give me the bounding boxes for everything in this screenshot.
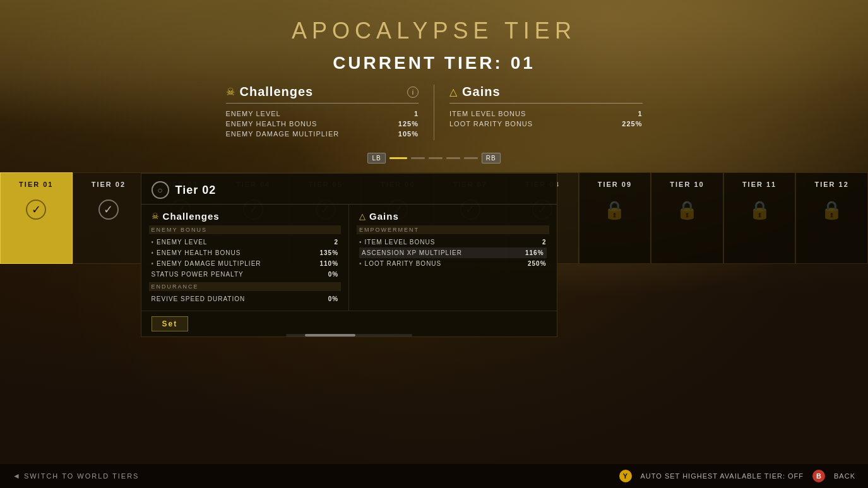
tier02-popup-circle: ○ — [152, 181, 169, 199]
tier-check-2: ✓ — [98, 199, 119, 220]
popup-value-loot-rarity: 250% — [528, 260, 547, 267]
switch-worlds-label: SWITCH TO WORLD TIERS — [24, 472, 140, 480]
challenges-label-1: ENEMY LEVEL — [226, 110, 281, 117]
set-button[interactable]: Set — [152, 316, 189, 331]
tier02-challenges-header: ☠ Challenges — [152, 211, 339, 222]
scrollbar-track — [286, 334, 412, 336]
nav-dot-5 — [464, 157, 478, 159]
tier-lock-10: 🔒 — [676, 199, 698, 220]
challenges-label-3: ENEMY DAMAGE MULTIPLIER — [226, 130, 340, 138]
tier-tab-1[interactable]: TIER 01 ✓ — [0, 172, 73, 264]
tier-lock-12: 🔒 — [821, 199, 843, 220]
popup-value-enemy-health: 135% — [320, 249, 339, 256]
main-content: APOCALYPSE TIER CURRENT TIER: 01 ☠ Chall… — [0, 0, 868, 488]
popup-row-revive: REVIVE SPEED DURATION 0% — [152, 294, 339, 304]
bottom-bar: ◄ SWITCH TO WORLD TIERS Y AUTO SET HIGHE… — [0, 464, 868, 488]
endurance-subheader: ENDURANCE — [149, 282, 342, 291]
tier-lock-11: 🔒 — [749, 199, 771, 220]
popup-value-enemy-level: 2 — [335, 239, 339, 246]
gains-section: △ Gains ITEM LEVEL BONUS 1 LOOT RARITY B… — [449, 85, 643, 140]
popup-row-item-level: ITEM LEVEL BONUS 2 — [359, 237, 547, 247]
tier-row: TIER 01 ✓ TIER 02 ✓ ○ Tier 02 ☠ Challeng… — [0, 172, 868, 264]
challenges-value-3: 105% — [398, 130, 419, 138]
current-tier-label: CURRENT TIER: 01 — [333, 53, 535, 73]
nav-dot-4 — [446, 157, 460, 159]
popup-label-revive: REVIVE SPEED DURATION — [152, 295, 246, 302]
popup-row-ascension: ASCENSION XP MULTIPLIER 116% — [359, 247, 547, 258]
popup-value-status-power: 0% — [328, 271, 338, 278]
gains-row-2: LOOT RARITY BONUS 225% — [449, 120, 643, 128]
popup-label-status-power: STATUS POWER PENALTY — [152, 271, 244, 278]
challenges-section: ☠ Challenges i ENEMY LEVEL 1 ENEMY HEALT… — [226, 85, 419, 140]
popup-label-loot-rarity: LOOT RARITY BONUS — [359, 260, 441, 267]
enemy-bonus-subheader: ENEMY BONUS — [149, 225, 342, 234]
popup-label-ascension: ASCENSION XP MULTIPLIER — [362, 249, 462, 256]
tier-tab-9[interactable]: TIER 09 🔒 — [579, 172, 651, 264]
scrollbar-thumb[interactable] — [305, 334, 355, 336]
tier-check-1: ✓ — [26, 199, 46, 220]
nav-dot-2 — [411, 157, 425, 159]
popup-label-enemy-damage: ENEMY DAMAGE MULTIPLIER — [152, 260, 261, 267]
challenges-value-2: 125% — [398, 120, 419, 128]
tier02-gains-header: △ Gains — [359, 211, 547, 222]
gains-title: Gains — [462, 85, 501, 99]
tier-tab-10[interactable]: TIER 10 🔒 — [651, 172, 723, 264]
nav-arrow-icon: ◄ — [13, 472, 20, 480]
popup-label-enemy-health: ENEMY HEALTH BONUS — [152, 249, 241, 256]
tier-label-12: TIER 12 — [814, 181, 848, 188]
popup-row-enemy-level: ENEMY LEVEL 2 — [152, 237, 339, 247]
gains-icon: △ — [449, 86, 457, 98]
challenges-header: ☠ Challenges i — [226, 85, 419, 104]
tier-tab-12[interactable]: TIER 12 🔒 — [795, 172, 868, 264]
challenges-icon: ☠ — [226, 86, 235, 98]
y-badge: Y — [619, 470, 632, 482]
tier-tab-11[interactable]: TIER 11 🔒 — [723, 172, 796, 264]
tier02-popup-body: ☠ Challenges ENEMY BONUS ENEMY LEVEL 2 E… — [141, 205, 557, 311]
tier02-gains-icon: △ — [359, 211, 366, 221]
popup-value-ascension: 116% — [525, 249, 544, 256]
popup-value-enemy-damage: 110% — [320, 260, 339, 267]
tier-tab-2[interactable]: TIER 02 ✓ ○ Tier 02 ☠ Challenges ENEMY B… — [73, 172, 145, 264]
b-badge: B — [812, 470, 825, 482]
bottom-left: ◄ SWITCH TO WORLD TIERS — [13, 472, 619, 480]
tier02-challenges-col: ☠ Challenges ENEMY BONUS ENEMY LEVEL 2 E… — [141, 205, 350, 311]
info-panel: ☠ Challenges i ENEMY LEVEL 1 ENEMY HEALT… — [226, 85, 643, 140]
popup-label-item-level: ITEM LEVEL BONUS — [359, 239, 435, 246]
challenges-row-2: ENEMY HEALTH BONUS 125% — [226, 120, 419, 128]
tier02-gains-col: △ Gains EMPOWERMENT ITEM LEVEL BONUS 2 A… — [349, 205, 557, 311]
empowerment-subheader: EMPOWERMENT — [357, 225, 549, 234]
challenges-row-1: ENEMY LEVEL 1 — [226, 110, 419, 117]
tier-label-11: TIER 11 — [742, 181, 776, 188]
tier-label-2: TIER 02 — [92, 181, 126, 188]
info-circle-icon: i — [407, 86, 419, 98]
back-label: BACK — [834, 472, 855, 480]
auto-set-label: AUTO SET HIGHEST AVAILABLE TIER: OFF — [641, 472, 804, 480]
gains-label-2: LOOT RARITY BONUS — [449, 120, 533, 128]
rb-button[interactable]: RB — [482, 153, 501, 164]
tier02-challenges-title: Challenges — [163, 211, 220, 222]
gains-row-1: ITEM LEVEL BONUS 1 — [449, 110, 643, 117]
gains-value-1: 1 — [638, 110, 642, 117]
challenges-label-2: ENEMY HEALTH BONUS — [226, 120, 318, 128]
nav-dot-3 — [429, 157, 443, 159]
popup-value-revive: 0% — [328, 295, 338, 302]
nav-dots: LB RB — [367, 153, 500, 164]
tier-lock-9: 🔒 — [603, 199, 626, 220]
challenges-value-1: 1 — [414, 110, 419, 117]
popup-row-enemy-health: ENEMY HEALTH BONUS 135% — [152, 247, 339, 258]
tier02-popup-footer: Set — [141, 311, 557, 336]
lb-button[interactable]: LB — [367, 153, 385, 164]
popup-row-status-power: STATUS POWER PENALTY 0% — [152, 269, 339, 280]
tier02-popup: ○ Tier 02 ☠ Challenges ENEMY BONUS ENEMY… — [141, 173, 557, 337]
tier02-popup-header: ○ Tier 02 — [141, 174, 557, 205]
page-title: APOCALYPSE TIER — [292, 18, 576, 44]
nav-dot-1 — [389, 157, 407, 159]
popup-row-loot-rarity: LOOT RARITY BONUS 250% — [359, 258, 547, 269]
tier-label-1: TIER 01 — [19, 181, 53, 188]
tier02-challenges-icon: ☠ — [152, 211, 159, 221]
challenges-row-3: ENEMY DAMAGE MULTIPLIER 105% — [226, 130, 419, 138]
challenges-title: Challenges — [240, 85, 314, 99]
gains-label-1: ITEM LEVEL BONUS — [449, 110, 526, 117]
gains-header: △ Gains — [449, 85, 643, 104]
info-divider — [434, 85, 434, 140]
